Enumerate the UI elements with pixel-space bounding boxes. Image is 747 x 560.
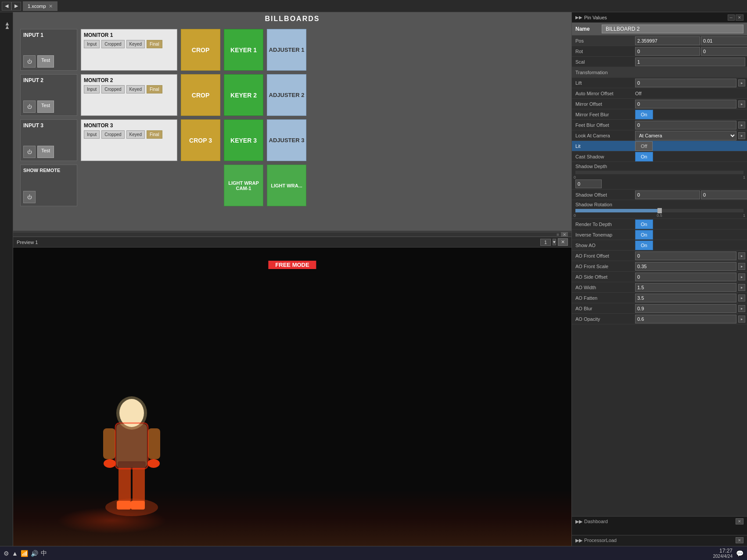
adjuster-block-1[interactable]: ADJUSTER 1 xyxy=(267,29,306,71)
input-block-3[interactable]: INPUT 3 ⏻ Test xyxy=(20,119,77,161)
ao-blur-input[interactable] xyxy=(635,304,736,313)
shadow-depth-input[interactable] xyxy=(575,179,602,188)
name-input[interactable]: BILLBOARD 2 xyxy=(602,25,743,33)
monitor-3-cropped-btn[interactable]: Cropped xyxy=(101,130,124,139)
show-remote-power-btn[interactable]: ⏻ xyxy=(23,191,36,203)
tab-close-icon[interactable]: ✕ xyxy=(49,4,53,9)
ao-blur-scroll[interactable]: ▸ xyxy=(738,305,745,312)
taskbar-lang-icon[interactable]: 中 xyxy=(41,549,47,557)
ao-side-offset-scroll[interactable]: ▸ xyxy=(738,273,745,280)
processor-close-btn[interactable]: ✕ xyxy=(736,537,743,543)
taskbar-notification-icon[interactable]: 💬 xyxy=(736,550,743,557)
taskbar-wifi-icon[interactable]: 📶 xyxy=(21,550,28,557)
monitor-block-3[interactable]: MONITOR 3 Input Cropped Keyed Final xyxy=(81,119,177,161)
monitor-2-final-btn[interactable]: Final xyxy=(147,85,162,93)
input-1-power-btn[interactable]: ⏻ xyxy=(23,55,36,68)
monitor-2-input-btn[interactable]: Input xyxy=(84,85,100,93)
monitor-1-keyed-btn[interactable]: Keyed xyxy=(126,40,145,48)
monitor-1-input-btn[interactable]: Input xyxy=(84,40,100,48)
ao-width-input[interactable] xyxy=(635,283,736,292)
cast-shadow-on-btn[interactable]: On xyxy=(635,152,653,162)
preview-close-btn[interactable]: ✕ xyxy=(558,238,568,246)
ao-opacity-label: AO Opacity xyxy=(574,316,635,323)
tab-nav-left[interactable]: ◀ xyxy=(2,2,11,11)
shadow-offset-x-input[interactable] xyxy=(635,190,700,199)
input-3-power-btn[interactable]: ⏻ xyxy=(23,146,36,158)
lift-input[interactable] xyxy=(635,79,736,87)
monitor-3-final-btn[interactable]: Final xyxy=(147,130,162,139)
processor-label: ProcessorLoad xyxy=(584,538,617,543)
properties-content[interactable]: Name BILLBOARD 2 Pos ▸ Rot xyxy=(572,23,747,516)
input-block-1[interactable]: INPUT 1 ⏻ Test xyxy=(20,29,77,71)
mirror-offset-scroll[interactable]: ▸ xyxy=(738,101,745,108)
lightwrap-block-2[interactable]: LIGHT WRA... xyxy=(267,165,306,206)
input-block-2[interactable]: INPUT 2 ⏻ Test xyxy=(20,74,77,116)
shadow-rotation-thumb[interactable] xyxy=(657,208,662,213)
dashboard-close-btn[interactable]: ✕ xyxy=(736,518,743,524)
pin-close-btn[interactable]: ✕ xyxy=(736,14,743,21)
monitor-block-1[interactable]: MONITOR 1 Input Cropped Keyed Final xyxy=(81,29,177,71)
monitor-1-cropped-btn[interactable]: Cropped xyxy=(101,40,124,48)
keyer-block-2[interactable]: KEYER 2 xyxy=(224,74,263,116)
taskbar-volume-icon[interactable]: 🔊 xyxy=(31,550,38,557)
shadow-rotation-track[interactable] xyxy=(575,209,743,212)
rot-x-input[interactable] xyxy=(635,47,700,56)
ao-front-scale-scroll[interactable]: ▸ xyxy=(738,263,745,270)
look-at-camera-select[interactable]: At Camera Off xyxy=(635,131,736,140)
ao-front-scale-input[interactable] xyxy=(635,262,736,271)
crop-block-2[interactable]: CROP xyxy=(181,74,220,116)
ao-opacity-scroll[interactable]: ▸ xyxy=(738,316,745,323)
keyer-block-1[interactable]: KEYER 1 xyxy=(224,29,263,71)
ao-fatten-input[interactable] xyxy=(635,294,736,302)
mirror-feet-blur-on-btn[interactable]: On xyxy=(635,110,653,119)
tab-xcomp[interactable]: 1.xcomp ✕ xyxy=(23,1,57,11)
preview-number[interactable]: 1 xyxy=(540,239,551,246)
ao-width-scroll[interactable]: ▸ xyxy=(738,284,745,291)
keyer-block-3[interactable]: KEYER 3 xyxy=(224,119,263,161)
crop-block-1[interactable]: CROP xyxy=(181,29,220,71)
monitor-3-input-btn[interactable]: Input xyxy=(84,130,100,139)
lightwrap-block-1[interactable]: LIGHT WRAP CAM-1 xyxy=(224,165,263,206)
panel-resize-handle[interactable]: ≡ ✕ xyxy=(13,232,571,237)
pin-minimize-btn[interactable]: ─ xyxy=(728,14,735,21)
feet-blur-offset-input[interactable] xyxy=(635,121,736,129)
monitor-2-cropped-btn[interactable]: Cropped xyxy=(101,85,124,93)
input-2-power-btn[interactable]: ⏻ xyxy=(23,101,36,113)
ao-front-offset-scroll[interactable]: ▸ xyxy=(738,252,745,259)
scal-input[interactable] xyxy=(635,57,745,66)
pos-y-input[interactable] xyxy=(701,36,747,45)
taskbar-settings-icon[interactable]: ⚙ xyxy=(4,550,9,557)
preview-dropdown-btn[interactable]: ▾ xyxy=(553,239,556,245)
ao-side-offset-input[interactable] xyxy=(635,273,736,281)
input-1-test-btn[interactable]: Test xyxy=(37,55,54,68)
monitor-3-keyed-btn[interactable]: Keyed xyxy=(126,130,145,139)
pos-x-input[interactable] xyxy=(635,36,700,45)
inverse-tonemap-on-btn[interactable]: On xyxy=(635,230,653,240)
look-at-camera-scroll[interactable]: ▸ xyxy=(738,132,745,139)
feet-blur-offset-label: Feet Blur Offset xyxy=(574,122,635,129)
ao-fatten-scroll[interactable]: ▸ xyxy=(738,294,745,302)
ao-opacity-input[interactable] xyxy=(635,315,736,323)
lit-off-btn[interactable]: Off xyxy=(635,141,653,151)
shadow-depth-track[interactable] xyxy=(575,171,743,174)
ao-front-offset-input[interactable] xyxy=(635,251,736,260)
input-2-test-btn[interactable]: Test xyxy=(37,101,54,113)
crop-block-3[interactable]: CROP 3 xyxy=(181,119,220,161)
show-ao-on-btn[interactable]: On xyxy=(635,241,653,250)
rot-y-input[interactable] xyxy=(701,47,747,56)
monitor-2-keyed-btn[interactable]: Keyed xyxy=(126,85,145,93)
mirror-offset-input[interactable] xyxy=(635,100,736,108)
input-3-test-btn[interactable]: Test xyxy=(37,146,54,158)
feet-blur-scroll[interactable]: ▸ xyxy=(738,122,745,129)
adjuster-block-2[interactable]: ADJUSTER 2 xyxy=(267,74,306,116)
tab-nav-right[interactable]: ▶ xyxy=(11,2,21,11)
panel-close-btn[interactable]: ✕ xyxy=(561,232,568,237)
show-remote-block[interactable]: SHOW REMOTE ⏻ xyxy=(20,165,77,206)
render-to-depth-on-btn[interactable]: On xyxy=(635,219,653,229)
monitor-block-2[interactable]: MONITOR 2 Input Cropped Keyed Final xyxy=(81,74,177,116)
taskbar-up-icon[interactable]: ▲ xyxy=(12,550,18,557)
monitor-1-final-btn[interactable]: Final xyxy=(147,40,162,48)
shadow-offset-y-input[interactable] xyxy=(701,190,747,199)
adjuster-block-3[interactable]: ADJUSTER 3 xyxy=(267,119,306,161)
lift-scroll-btn[interactable]: ▸ xyxy=(738,79,745,86)
